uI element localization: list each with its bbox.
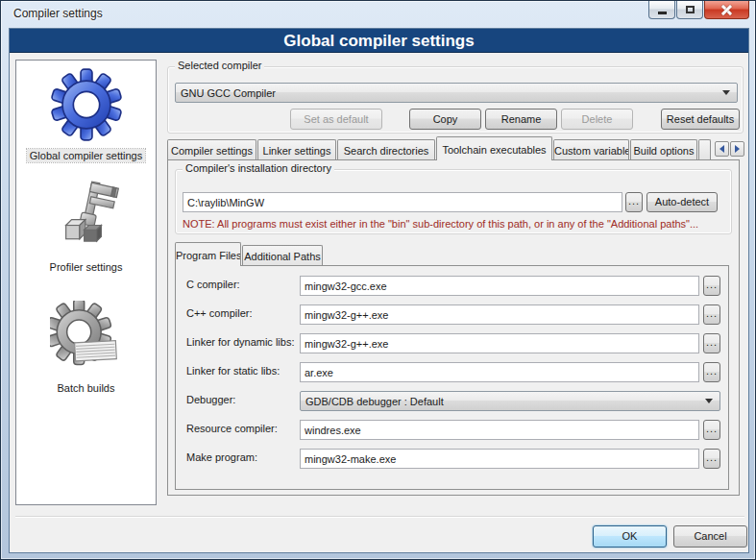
make-program-input[interactable] <box>300 449 699 469</box>
delete-button[interactable]: Delete <box>561 109 633 130</box>
caliper-icon <box>50 180 123 256</box>
sidebar-item-batch-builds[interactable]: Batch builds <box>16 301 156 395</box>
linker-static-input[interactable] <box>300 362 699 382</box>
tab-linker-settings[interactable]: Linker settings <box>257 139 336 160</box>
debugger-select-value: GDB/CDB debugger : Default <box>301 396 705 407</box>
tab-build-options[interactable]: Build options <box>630 139 697 160</box>
chevron-down-icon <box>705 399 713 403</box>
sidebar-item-label: Global compiler settings <box>27 149 145 162</box>
linker-static-label: Linker for static libs: <box>186 365 280 377</box>
installation-directory-input[interactable] <box>183 192 622 212</box>
copy-button[interactable]: Copy <box>409 109 481 130</box>
dialog-header: Global compiler settings <box>10 29 748 53</box>
caption-buttons <box>647 1 749 19</box>
arrow-left-icon <box>719 145 724 153</box>
gray-gear-papers-icon <box>50 301 123 377</box>
debugger-label: Debugger: <box>186 394 235 405</box>
chevron-down-icon <box>722 90 730 95</box>
linker-dynamic-label: Linker for dynamic libs: <box>186 336 295 348</box>
cpp-compiler-browse-button[interactable]: ... <box>703 304 720 325</box>
tab-custom-variables[interactable]: Custom variables <box>553 139 629 160</box>
reset-defaults-button[interactable]: Reset defaults <box>661 109 740 130</box>
arrow-right-icon <box>735 145 740 153</box>
subtab-program-files[interactable]: Program Files <box>175 242 241 266</box>
resource-compiler-input[interactable] <box>300 420 699 440</box>
tab-partial[interactable] <box>698 139 711 160</box>
make-program-label: Make program: <box>186 451 257 463</box>
cancel-button[interactable]: Cancel <box>673 525 747 548</box>
compiler-settings-window: Compiler settings Global compiler settin… <box>0 0 756 560</box>
tab-scroll-right-button[interactable] <box>730 141 744 157</box>
sidebar-item-global-compiler-settings[interactable]: Global compiler settings <box>16 68 156 162</box>
tab-toolchain-executables[interactable]: Toolchain executables <box>436 136 552 160</box>
minimize-button[interactable] <box>648 1 675 19</box>
set-as-default-button[interactable]: Set as default <box>290 109 382 130</box>
make-program-browse-button[interactable]: ... <box>703 449 720 469</box>
minimize-icon <box>658 12 667 14</box>
rename-button[interactable]: Rename <box>485 109 557 130</box>
cpp-compiler-label: C++ compiler: <box>186 307 252 319</box>
compiler-select[interactable]: GNU GCC Compiler <box>175 83 738 103</box>
c-compiler-browse-button[interactable]: ... <box>703 276 720 296</box>
cpp-compiler-input[interactable] <box>300 304 699 325</box>
maximize-button[interactable] <box>676 1 703 19</box>
footer-separator <box>15 516 744 518</box>
linker-dynamic-browse-button[interactable]: ... <box>703 333 720 353</box>
linker-static-browse-button[interactable]: ... <box>703 362 720 382</box>
installation-directory-group-label: Compiler's installation directory <box>183 162 334 174</box>
resource-compiler-label: Resource compiler: <box>186 423 278 434</box>
settings-category-list: Global compiler settings <box>15 60 157 505</box>
titlebar[interactable]: Compiler settings <box>1 1 755 28</box>
compiler-select-value: GNU GCC Compiler <box>176 87 722 99</box>
blue-gear-icon <box>50 68 123 145</box>
tab-scroll-left-button[interactable] <box>715 141 729 157</box>
sidebar-item-label: Profiler settings <box>47 260 126 274</box>
tab-search-directories[interactable]: Search directories <box>337 139 435 160</box>
close-button[interactable] <box>704 1 749 19</box>
c-compiler-input[interactable] <box>300 276 699 296</box>
tab-compiler-settings[interactable]: Compiler settings <box>167 139 256 160</box>
close-icon <box>721 5 732 15</box>
sidebar-item-profiler-settings[interactable]: Profiler settings <box>16 180 156 274</box>
resource-compiler-browse-button[interactable]: ... <box>703 420 720 440</box>
subtab-additional-paths[interactable]: Additional Paths <box>242 245 323 266</box>
auto-detect-button[interactable]: Auto-detect <box>646 192 718 212</box>
selected-compiler-group-label: Selected compiler <box>175 60 264 71</box>
note-text: NOTE: All programs must exist either in … <box>183 218 698 230</box>
sidebar-item-label: Batch builds <box>55 381 118 395</box>
linker-dynamic-input[interactable] <box>300 333 699 353</box>
debugger-select[interactable]: GDB/CDB debugger : Default <box>300 391 720 411</box>
ok-button[interactable]: OK <box>593 525 667 548</box>
window-title: Compiler settings <box>13 7 103 20</box>
dialog-client-area: Global compiler settings <box>9 28 749 553</box>
installation-directory-browse-button[interactable]: ... <box>625 192 643 212</box>
c-compiler-label: C compiler: <box>186 279 240 290</box>
maximize-icon <box>686 6 695 13</box>
